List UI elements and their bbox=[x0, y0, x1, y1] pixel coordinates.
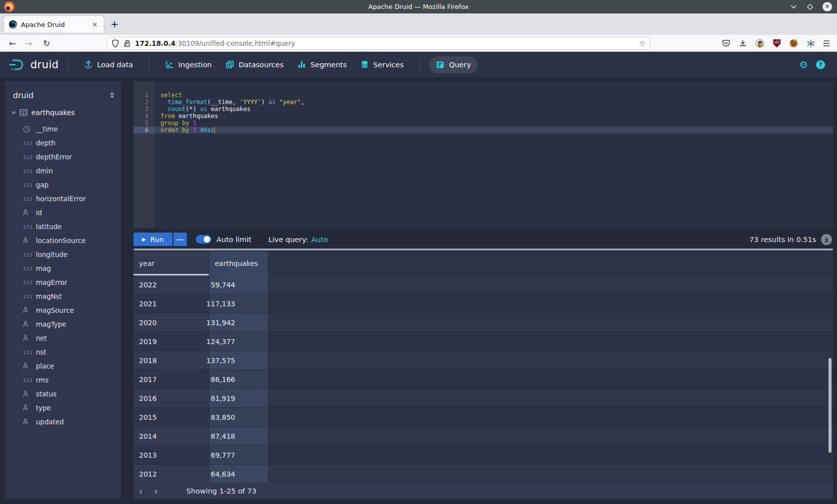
datasource-earthquakes[interactable]: earthquakes bbox=[5, 105, 121, 120]
window-minimize-icon[interactable] bbox=[790, 3, 798, 11]
cell-earthquakes[interactable]: 81,919 bbox=[209, 389, 269, 408]
nav-item-load-data[interactable]: Load data bbox=[77, 56, 140, 73]
sidebar-column-magType[interactable]: AmagType bbox=[5, 317, 121, 331]
url-text[interactable]: 172.18.0.4:30109/unified-console.html#qu… bbox=[135, 39, 636, 47]
back-icon[interactable]: ← bbox=[9, 38, 16, 48]
token: 1 bbox=[193, 120, 196, 126]
sidebar-column-place[interactable]: Aplace bbox=[5, 359, 121, 373]
cell-earthquakes[interactable]: 59,744 bbox=[209, 275, 269, 294]
tracking-shield-icon[interactable] bbox=[112, 39, 119, 48]
code-line-3[interactable]: count(*) as earthquakes bbox=[154, 106, 833, 113]
cell-year[interactable]: 2016 bbox=[134, 389, 209, 408]
cookie-extension-icon[interactable] bbox=[789, 39, 799, 48]
chevron-down-icon[interactable] bbox=[11, 109, 16, 114]
sidebar-column-depth[interactable]: 123depth bbox=[5, 136, 121, 150]
cell-year[interactable]: 2019 bbox=[134, 332, 209, 351]
cell-year[interactable]: 2020 bbox=[134, 313, 209, 332]
next-page-icon[interactable]: › bbox=[148, 484, 163, 499]
browser-tab[interactable]: Apache Druid × bbox=[4, 16, 104, 33]
sort-toggle-icon[interactable] bbox=[110, 92, 114, 98]
menu-hamburger-icon[interactable]: ☰ bbox=[823, 39, 830, 48]
pocket-icon[interactable] bbox=[721, 39, 731, 48]
cell-year[interactable]: 2014 bbox=[134, 427, 209, 446]
window-maximize-icon[interactable] bbox=[806, 3, 814, 11]
cell-year[interactable]: 2012 bbox=[134, 465, 209, 483]
nav-item-query[interactable]: Query bbox=[429, 56, 478, 73]
run-more-button[interactable]: ••• bbox=[173, 233, 187, 246]
insecure-lock-icon[interactable] bbox=[124, 39, 131, 48]
code-line-6[interactable]: order by 1 desc bbox=[154, 126, 833, 133]
sidebar-column-nst[interactable]: 123nst bbox=[5, 345, 121, 359]
cell-earthquakes[interactable]: 86,166 bbox=[209, 370, 269, 389]
sidebar-column-magError[interactable]: 123magError bbox=[5, 275, 121, 289]
ublock-origin-icon[interactable]: uO bbox=[772, 39, 782, 48]
url-bar[interactable]: 172.18.0.4:30109/unified-console.html#qu… bbox=[107, 37, 650, 50]
cell-year[interactable]: 2017 bbox=[134, 370, 209, 389]
settings-gear-icon[interactable]: ⚙ bbox=[799, 60, 808, 70]
sidebar-column-magSource[interactable]: AmagSource bbox=[5, 303, 121, 317]
sidebar-column-type[interactable]: Atype bbox=[5, 401, 121, 415]
live-query-value[interactable]: Auto bbox=[311, 236, 328, 244]
new-tab-button[interactable]: + bbox=[111, 19, 119, 29]
cell-earthquakes[interactable]: 124,377 bbox=[209, 332, 269, 351]
sidebar-column-gap[interactable]: 123gap bbox=[5, 178, 121, 192]
window-close-icon[interactable]: ✕ bbox=[823, 2, 832, 11]
nav-item-services[interactable]: Services bbox=[354, 56, 411, 73]
column-name: net bbox=[36, 334, 47, 342]
sql-editor[interactable]: 123456 select time_format(__time, 'YYYY'… bbox=[134, 81, 833, 228]
sidebar-column-updated[interactable]: Aupdated bbox=[5, 415, 121, 429]
reload-icon[interactable]: ↻ bbox=[43, 38, 50, 48]
code-line-1[interactable]: select bbox=[154, 92, 833, 99]
editor-results-splitter[interactable] bbox=[134, 249, 833, 251]
druid-brand[interactable]: druid bbox=[9, 58, 59, 71]
sidebar-column-mag[interactable]: 123mag bbox=[5, 261, 121, 275]
sidebar-column-net[interactable]: Anet bbox=[5, 331, 121, 345]
table-row-2017: 201786,166 bbox=[134, 370, 833, 389]
cell-year[interactable]: 2018 bbox=[134, 351, 209, 370]
cell-earthquakes[interactable]: 83,850 bbox=[209, 408, 269, 427]
bookmark-star-icon[interactable]: ☆ bbox=[639, 39, 646, 48]
cell-year[interactable]: 2021 bbox=[134, 294, 209, 313]
cell-year[interactable]: 2015 bbox=[134, 408, 209, 427]
cell-earthquakes[interactable]: 131,942 bbox=[209, 313, 269, 332]
cell-year[interactable]: 2013 bbox=[134, 446, 209, 465]
sidebar-column-__time[interactable]: __time bbox=[5, 122, 121, 136]
cell-earthquakes[interactable]: 64,634 bbox=[209, 465, 269, 483]
sidebar-column-longitude[interactable]: 123longitude bbox=[5, 248, 121, 261]
vertical-scrollbar[interactable] bbox=[829, 358, 832, 453]
code-line-4[interactable]: from earthquakes bbox=[154, 113, 833, 120]
code-line-5[interactable]: group by 1 bbox=[154, 120, 833, 126]
cell-year[interactable]: 2022 bbox=[134, 275, 209, 294]
extension-pinwheel-icon[interactable] bbox=[806, 39, 816, 48]
cell-earthquakes[interactable]: 69,777 bbox=[209, 446, 269, 465]
nav-item-segments[interactable]: Segments bbox=[290, 56, 354, 73]
run-button[interactable]: ▶ Run bbox=[134, 233, 172, 246]
editor-code[interactable]: select time_format(__time, 'YYYY') as "y… bbox=[154, 81, 833, 228]
sidebar-column-id[interactable]: Aid bbox=[5, 206, 121, 220]
account-profile-icon[interactable] bbox=[755, 39, 765, 48]
table-row-2018: 2018137,575 bbox=[134, 351, 833, 370]
sidebar-column-dmin[interactable]: 123dmin bbox=[5, 164, 121, 178]
tab-close-icon[interactable]: × bbox=[91, 20, 99, 28]
column-header-year[interactable]: year bbox=[134, 252, 209, 275]
sidebar-column-depthError[interactable]: 123depthError bbox=[5, 150, 121, 164]
sidebar-column-horizontalError[interactable]: 123horizontalError bbox=[5, 192, 121, 206]
forward-icon[interactable]: → bbox=[25, 38, 32, 48]
cell-earthquakes[interactable]: 87,418 bbox=[209, 427, 269, 446]
cell-earthquakes[interactable]: 117,133 bbox=[209, 294, 269, 313]
sidebar-column-latitude[interactable]: 123latitude bbox=[5, 220, 121, 234]
nav-item-datasources[interactable]: Datasources bbox=[219, 56, 290, 73]
code-line-2[interactable]: time_format(__time, 'YYYY') as "year", bbox=[154, 99, 833, 106]
sidebar-column-magNst[interactable]: 123magNst bbox=[5, 289, 121, 303]
sidebar-column-locationSource[interactable]: AlocationSource bbox=[5, 234, 121, 248]
prev-page-icon[interactable]: ‹ bbox=[134, 484, 148, 499]
sidebar-column-status[interactable]: Astatus bbox=[5, 387, 121, 401]
cell-earthquakes[interactable]: 137,575 bbox=[209, 351, 269, 370]
auto-limit-toggle[interactable] bbox=[196, 235, 211, 244]
help-icon[interactable]: ? bbox=[816, 60, 825, 69]
download-results-icon[interactable] bbox=[821, 234, 832, 245]
sidebar-column-rms[interactable]: 123rms bbox=[5, 373, 121, 387]
downloads-icon[interactable] bbox=[738, 39, 748, 48]
nav-item-ingestion[interactable]: Ingestion bbox=[158, 56, 219, 73]
column-header-earthquakes[interactable]: earthquakes bbox=[209, 252, 269, 275]
